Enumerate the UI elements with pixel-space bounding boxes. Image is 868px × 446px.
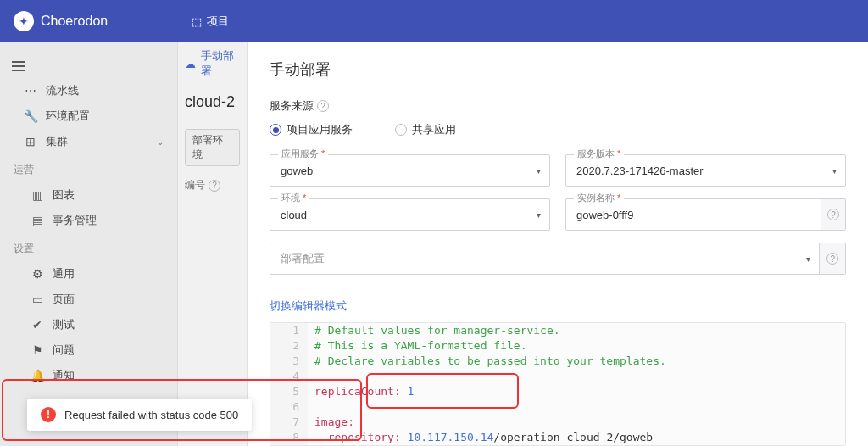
radio-project-service[interactable]: 项目应用服务 <box>270 122 353 137</box>
tab-manual-deploy[interactable]: ☁ 手动部署 <box>178 42 247 85</box>
code-text: # Default values for manager-service. <box>314 324 560 337</box>
sidebar-item-test[interactable]: ✔ 测试 <box>0 312 177 337</box>
sidebar-item-env[interactable]: 🔧 环境配置 <box>0 103 177 129</box>
brand-title: Choerodon <box>41 14 108 29</box>
select-value: goweb <box>281 164 313 177</box>
app-header: ✦ Choerodon ⬚ 项目 <box>0 0 868 42</box>
radio-unchecked-icon <box>395 124 407 136</box>
select-value: cloud <box>281 209 307 221</box>
sidebar-item-page[interactable]: ▭ 页面 <box>0 287 177 312</box>
page-icon: ▭ <box>31 293 44 306</box>
code-text: image: <box>314 415 354 428</box>
sidebar-label: 页面 <box>53 292 75 307</box>
cloud-icon: ☁ <box>185 58 196 70</box>
sidebar-group-ops: 运营 <box>0 154 177 182</box>
radio-label: 项目应用服务 <box>287 122 353 137</box>
error-toast[interactable]: ! Request failed with status code 500 <box>27 399 252 431</box>
code-text: 10.117.150.14 <box>401 431 494 443</box>
radio-checked-icon <box>270 124 281 136</box>
sidebar-item-cluster[interactable]: ⊞ 集群 ⌄ <box>0 129 177 154</box>
cluster-icon: ⊞ <box>24 135 37 148</box>
deploy-env-button[interactable]: 部署环境 <box>185 129 240 166</box>
select-value: 2020.7.23-171426-master <box>576 164 704 177</box>
toast-message: Request failed with status code 500 <box>64 409 238 421</box>
chart-icon: ▥ <box>31 188 44 202</box>
context-title: cloud-2 <box>178 85 247 120</box>
sub-panel: ☁ 手动部署 cloud-2 部署环境 编号 ? <box>178 42 248 446</box>
code-text: 1 <box>401 385 415 398</box>
placeholder: 部署配置 <box>281 251 325 266</box>
seq-label: 编号 <box>185 178 205 192</box>
toggle-editor-link[interactable]: 切换编辑器模式 <box>270 298 347 314</box>
code-text: # This is a YAML-formatted file. <box>314 339 526 352</box>
code-text: replicaCount: <box>314 385 401 398</box>
error-icon: ! <box>41 407 56 422</box>
radio-shared-app[interactable]: 共享应用 <box>395 122 456 137</box>
caret-down-icon: ▾ <box>832 166 837 176</box>
caret-down-icon: ▾ <box>537 166 541 176</box>
input-value: goweb-0fff9 <box>576 209 633 221</box>
help-icon: ? <box>827 209 839 220</box>
help-icon: ? <box>826 253 838 265</box>
gear-icon: ⚙ <box>31 267 44 281</box>
sidebar-label: 测试 <box>53 317 75 332</box>
sidebar-label: 图表 <box>53 187 75 203</box>
service-version-label: 服务版本 <box>577 148 615 159</box>
sidebar-item-issue[interactable]: ⚑ 问题 <box>0 337 177 363</box>
yaml-editor[interactable]: 1# Default values for manager-service. 2… <box>270 322 846 446</box>
help-icon[interactable]: ? <box>209 180 220 192</box>
caret-down-icon: ▾ <box>806 254 810 264</box>
panel-title: 手动部署 <box>270 59 846 80</box>
code-text: # Declare variables to be passed into yo… <box>314 354 666 367</box>
environment-select[interactable]: cloud ▾ <box>270 198 550 231</box>
tab-label: 手动部署 <box>201 48 240 79</box>
app-service-label: 应用服务 <box>281 148 319 159</box>
sidebar-label: 流水线 <box>46 83 79 98</box>
brand[interactable]: ✦ Choerodon <box>14 11 108 31</box>
wrench-icon: 🔧 <box>24 109 37 123</box>
sidebar-label: 环境配置 <box>46 109 90 124</box>
bell-icon: 🔔 <box>31 369 44 382</box>
project-selector[interactable]: ⬚ 项目 <box>192 14 229 29</box>
cube-icon: ⬚ <box>192 15 202 28</box>
sidebar-label: 通用 <box>53 266 75 282</box>
sidebar-item-general[interactable]: ⚙ 通用 <box>0 261 177 287</box>
sidebar-label: 通知 <box>53 368 75 383</box>
sidebar-group-settings: 设置 <box>0 233 177 261</box>
env-label: 环境 <box>281 192 300 203</box>
info-button[interactable]: ? <box>821 198 846 231</box>
sidebar-label: 问题 <box>53 343 75 358</box>
pipeline-icon: ⋯ <box>24 84 37 98</box>
menu-icon[interactable] <box>12 61 25 71</box>
sidebar-label: 集群 <box>46 134 68 149</box>
sidebar-item-pipeline[interactable]: ⋯ 流水线 <box>0 78 177 103</box>
sidebar-item-chart[interactable]: ▥ 图表 <box>0 182 177 208</box>
project-label: 项目 <box>207 14 229 29</box>
sidebar-label: 事务管理 <box>53 213 97 228</box>
code-text: /operation-cloud-2/goweb <box>493 431 653 443</box>
main-panel: 手动部署 服务来源 ? 项目应用服务 共享应用 应用服务 * goweb ▾ <box>248 42 868 446</box>
radio-label: 共享应用 <box>412 122 456 137</box>
check-icon: ✔ <box>31 318 44 332</box>
instance-name-label: 实例名称 <box>577 192 615 203</box>
brand-icon: ✦ <box>14 11 34 31</box>
info-button[interactable]: ? <box>820 243 846 275</box>
sidebar-item-notify[interactable]: 🔔 通知 <box>0 363 177 388</box>
sidebar: ⋯ 流水线 🔧 环境配置 ⊞ 集群 ⌄ 运营 ▥ 图表 ▤ 事务管理 设置 ⚙ … <box>0 42 178 446</box>
chevron-down-icon: ⌄ <box>157 137 164 147</box>
deploy-config-select[interactable]: 部署配置 ▾ <box>270 243 820 275</box>
sidebar-item-affairs[interactable]: ▤ 事务管理 <box>0 208 177 233</box>
code-text: repository: <box>328 431 401 443</box>
flag-icon: ⚑ <box>31 343 44 357</box>
list-icon: ▤ <box>31 214 44 227</box>
caret-down-icon: ▾ <box>537 210 541 220</box>
source-label: 服务来源 <box>270 98 314 114</box>
help-icon[interactable]: ? <box>317 100 329 112</box>
